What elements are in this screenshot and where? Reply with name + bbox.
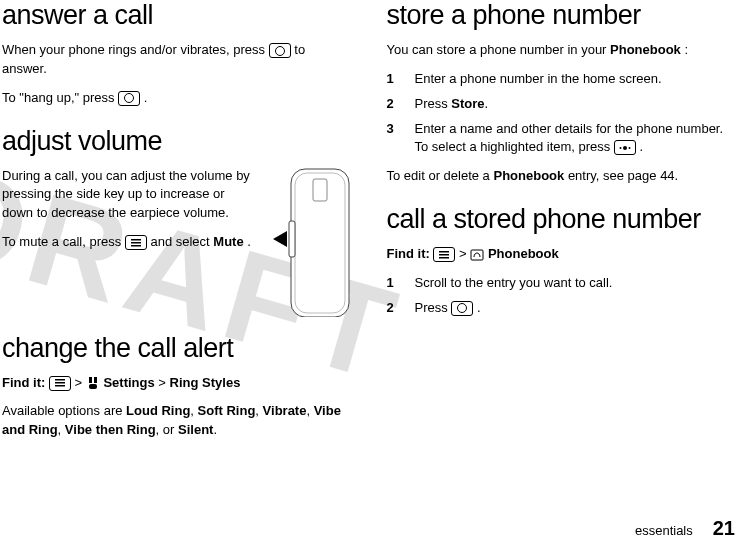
menu-key-icon <box>125 235 147 250</box>
right-column: store a phone number You can store a pho… <box>369 0 736 500</box>
svg-point-8 <box>623 146 627 150</box>
gt: > <box>158 375 169 390</box>
or: , or <box>156 422 178 437</box>
heading-store-number: store a phone number <box>387 0 736 31</box>
heading-adjust-volume: adjust volume <box>2 126 351 157</box>
svg-rect-3 <box>289 221 295 257</box>
text: You can store a phone number in your <box>387 42 611 57</box>
answer-para-2: To "hang up," press . <box>2 89 351 108</box>
text: . <box>485 96 489 111</box>
change-alert-options: Available options are Loud Ring, Soft Ri… <box>2 402 351 440</box>
svg-rect-11 <box>471 250 483 260</box>
text: . <box>144 90 148 105</box>
store-edit-delete: To edit or delete a Phonebook entry, see… <box>387 167 736 186</box>
adjust-volume-row: During a call, you can adjust the volume… <box>2 167 351 321</box>
gt: > <box>459 246 470 261</box>
power-key-icon <box>269 43 291 58</box>
footer-section: essentials <box>635 523 693 538</box>
heading-call-stored: call a stored phone number <box>387 204 736 235</box>
phonebook-label: Phonebook <box>610 42 681 57</box>
svg-rect-5 <box>89 377 92 383</box>
text: . <box>640 139 644 154</box>
svg-point-9 <box>619 147 621 149</box>
call-step-2: 2 Press . <box>387 299 736 318</box>
menu-key-icon <box>49 376 71 391</box>
phonebook-icon <box>470 249 484 261</box>
text: To "hang up," press <box>2 90 118 105</box>
call-stored-findit: Find it: > Phonebook <box>387 245 736 264</box>
mute-label: Mute <box>213 234 243 249</box>
store-intro: You can store a phone number in your Pho… <box>387 41 736 60</box>
svg-rect-2 <box>313 179 327 201</box>
gt: > <box>75 375 86 390</box>
call-stored-steps: 1 Scroll to the entry you want to call. … <box>387 274 736 318</box>
text: and select <box>150 234 213 249</box>
svg-rect-7 <box>89 384 97 389</box>
text: Press <box>415 300 452 315</box>
page-footer: essentials 21 <box>635 517 735 540</box>
text: Enter a name and other details for the p… <box>415 121 724 155</box>
comma: , <box>306 403 313 418</box>
text: . <box>247 234 251 249</box>
phone-side-illustration <box>273 167 351 321</box>
step-number: 2 <box>387 299 415 318</box>
opt-vibrate: Vibrate <box>263 403 307 418</box>
text: : <box>684 42 688 57</box>
text: To mute a call, press <box>2 234 125 249</box>
step-number: 1 <box>387 274 415 293</box>
step-text: Scroll to the entry you want to call. <box>415 274 613 293</box>
path-phonebook: Phonebook <box>488 246 559 261</box>
phonebook-label: Phonebook <box>493 168 564 183</box>
store-steps: 1 Enter a phone number in the home scree… <box>387 70 736 157</box>
svg-rect-6 <box>94 377 97 383</box>
step-number: 1 <box>387 70 415 89</box>
period: . <box>213 422 217 437</box>
text: To edit or delete a <box>387 168 494 183</box>
footer-page-number: 21 <box>713 517 735 540</box>
adjust-para-2: To mute a call, press and select Mute . <box>2 233 259 252</box>
step-text: Press . <box>415 299 481 318</box>
findit-label: Find it: <box>2 375 45 390</box>
store-step-3: 3 Enter a name and other details for the… <box>387 120 736 158</box>
menu-key-icon <box>433 247 455 262</box>
store-step-2: 2 Press Store. <box>387 95 736 114</box>
power-key-icon <box>451 301 473 316</box>
power-key-icon <box>118 91 140 106</box>
store-label: Store <box>451 96 484 111</box>
comma: , <box>58 422 65 437</box>
heading-answer-call: answer a call <box>2 0 351 31</box>
store-step-1: 1 Enter a phone number in the home scree… <box>387 70 736 89</box>
change-alert-findit: Find it: > Settings > Ring Styles <box>2 374 351 393</box>
opt-silent: Silent <box>178 422 213 437</box>
opt-soft: Soft Ring <box>198 403 256 418</box>
comma: , <box>255 403 262 418</box>
step-number: 3 <box>387 120 415 158</box>
svg-point-10 <box>628 147 630 149</box>
text: Press <box>415 96 452 111</box>
text: When your phone rings and/or vibrates, p… <box>2 42 269 57</box>
comma: , <box>190 403 197 418</box>
text: Available options are <box>2 403 126 418</box>
call-step-1: 1 Scroll to the entry you want to call. <box>387 274 736 293</box>
left-column: answer a call When your phone rings and/… <box>2 0 369 500</box>
text: entry, see page 44. <box>568 168 678 183</box>
step-text: Enter a phone number in the home screen. <box>415 70 662 89</box>
step-text: Press Store. <box>415 95 489 114</box>
path-ring-styles: Ring Styles <box>170 375 241 390</box>
path-settings: Settings <box>103 375 154 390</box>
findit-label: Find it: <box>387 246 430 261</box>
opt-loud: Loud Ring <box>126 403 190 418</box>
step-number: 2 <box>387 95 415 114</box>
svg-marker-4 <box>273 231 287 247</box>
page-body: answer a call When your phone rings and/… <box>0 0 755 500</box>
adjust-volume-text: During a call, you can adjust the volume… <box>2 167 259 321</box>
text: . <box>477 300 481 315</box>
settings-icon <box>86 376 100 390</box>
heading-change-alert: change the call alert <box>2 333 351 364</box>
answer-para-1: When your phone rings and/or vibrates, p… <box>2 41 351 79</box>
step-text: Enter a name and other details for the p… <box>415 120 736 158</box>
center-key-icon <box>614 140 636 155</box>
adjust-para-1: During a call, you can adjust the volume… <box>2 167 259 224</box>
opt-vibethen: Vibe then Ring <box>65 422 156 437</box>
